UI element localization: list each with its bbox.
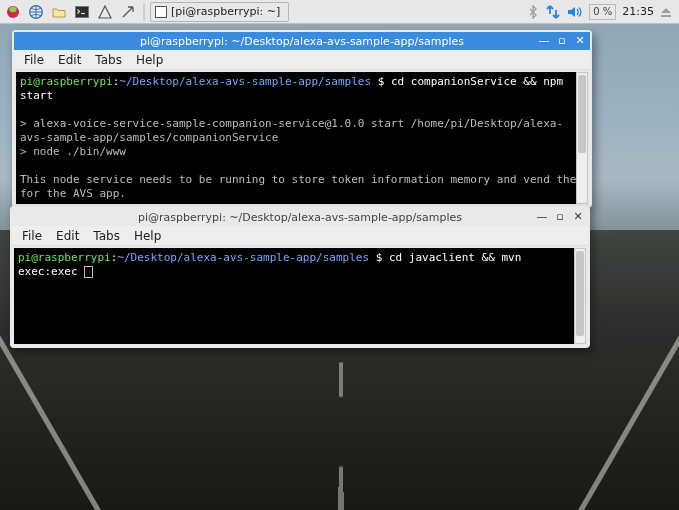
menu-help[interactable]: Help bbox=[128, 227, 167, 245]
terminal-icon[interactable] bbox=[72, 2, 92, 22]
window-title: pi@raspberrypi: ~/Desktop/alexa-avs-samp… bbox=[138, 211, 462, 224]
bluetooth-icon[interactable] bbox=[527, 5, 539, 19]
terminal-output[interactable]: pi@raspberrypi:~/Desktop/alexa-avs-sampl… bbox=[16, 72, 588, 204]
eject-icon[interactable] bbox=[660, 6, 672, 18]
system-tray: 0 % 21:35 bbox=[527, 4, 676, 20]
browser-icon[interactable] bbox=[26, 2, 46, 22]
maximize-button[interactable]: ▫ bbox=[554, 210, 566, 222]
menu-icon[interactable] bbox=[3, 2, 23, 22]
scrollbar[interactable] bbox=[574, 248, 586, 344]
terminal-window-2: pi@raspberrypi: ~/Desktop/alexa-avs-samp… bbox=[10, 206, 590, 348]
svg-point-1 bbox=[9, 6, 16, 11]
files-icon[interactable] bbox=[49, 2, 69, 22]
menu-edit[interactable]: Edit bbox=[50, 227, 85, 245]
menu-bar: File Edit Tabs Help bbox=[12, 226, 588, 246]
cpu-usage[interactable]: 0 % bbox=[589, 4, 616, 20]
close-button[interactable]: ✕ bbox=[574, 34, 586, 46]
taskbar-task-label: [pi@raspberrypi: ~] bbox=[171, 5, 280, 18]
minimize-button[interactable]: — bbox=[538, 34, 550, 46]
volume-icon[interactable] bbox=[567, 5, 583, 19]
svg-rect-3 bbox=[76, 6, 89, 17]
svg-rect-4 bbox=[661, 15, 671, 17]
minimize-button[interactable]: — bbox=[536, 210, 548, 222]
window-titlebar[interactable]: pi@raspberrypi: ~/Desktop/alexa-avs-samp… bbox=[14, 32, 590, 50]
menu-file[interactable]: File bbox=[18, 51, 50, 69]
menu-file[interactable]: File bbox=[16, 227, 48, 245]
window-titlebar[interactable]: pi@raspberrypi: ~/Desktop/alexa-avs-samp… bbox=[12, 208, 588, 226]
app2-icon[interactable] bbox=[118, 2, 138, 22]
scrollbar[interactable] bbox=[576, 72, 588, 204]
terminal-window-1: pi@raspberrypi: ~/Desktop/alexa-avs-samp… bbox=[12, 30, 592, 208]
menu-bar: File Edit Tabs Help bbox=[14, 50, 590, 70]
menu-edit[interactable]: Edit bbox=[52, 51, 87, 69]
menu-tabs[interactable]: Tabs bbox=[87, 227, 126, 245]
maximize-button[interactable]: ▫ bbox=[556, 34, 568, 46]
network-icon[interactable] bbox=[545, 5, 561, 19]
taskbar: [pi@raspberrypi: ~] 0 % 21:35 bbox=[0, 0, 679, 24]
close-button[interactable]: ✕ bbox=[572, 210, 584, 222]
menu-help[interactable]: Help bbox=[130, 51, 169, 69]
window-title: pi@raspberrypi: ~/Desktop/alexa-avs-samp… bbox=[140, 35, 464, 48]
terminal-output[interactable]: pi@raspberrypi:~/Desktop/alexa-avs-sampl… bbox=[14, 248, 586, 344]
clock[interactable]: 21:35 bbox=[622, 5, 654, 18]
app1-icon[interactable] bbox=[95, 2, 115, 22]
taskbar-task-terminal[interactable]: [pi@raspberrypi: ~] bbox=[150, 2, 289, 22]
menu-tabs[interactable]: Tabs bbox=[89, 51, 128, 69]
